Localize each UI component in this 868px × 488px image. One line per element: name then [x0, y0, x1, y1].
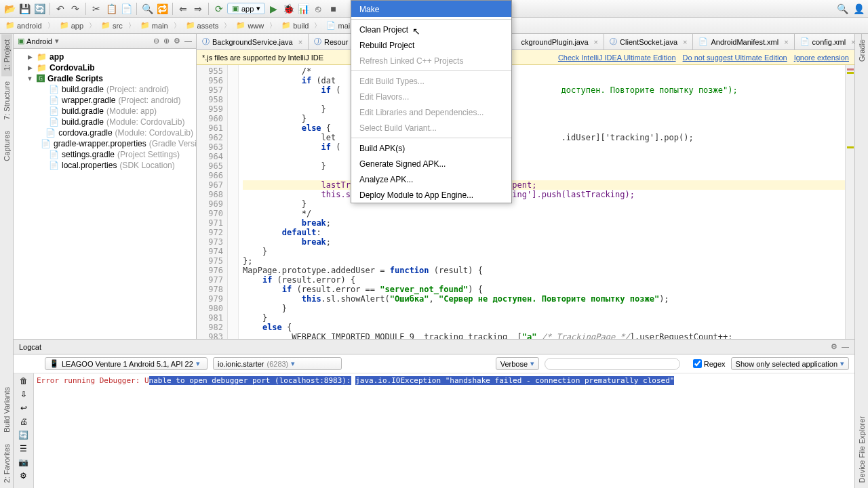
device-dropdown[interactable]: 📱 LEAGOO Venture 1 Android 5.1, API 22 ▾ — [45, 357, 208, 370]
tree-app[interactable]: ▶📁app — [14, 52, 196, 62]
gear-icon[interactable]: ⚙ — [174, 37, 180, 45]
rail-project[interactable]: 1: Project — [1, 34, 12, 76]
undo-icon[interactable]: ↶ — [54, 2, 67, 16]
paste-icon[interactable]: 📄 — [119, 2, 133, 16]
gear-icon[interactable]: ⚙ — [831, 342, 837, 351]
menu-refresh-cpp: Refresh Linked C++ Projects — [351, 53, 511, 68]
run-config-dropdown[interactable]: ▣ app ▾ — [227, 3, 265, 14]
crumb-android[interactable]: 📁android — [3, 20, 45, 30]
forward-icon[interactable]: ⇒ — [191, 2, 205, 16]
tree-item[interactable]: 📄build.gradle (Module: CordovaLib) — [14, 117, 196, 127]
tab-background-plugin[interactable]: ckgroundPlugin.java× — [516, 34, 605, 49]
replace-icon[interactable]: 🔁 — [155, 2, 169, 16]
close-icon[interactable]: × — [683, 38, 687, 46]
log-scope-dropdown[interactable]: Show only selected application ▾ — [731, 357, 849, 370]
rail-build-variants[interactable]: Build Variants — [1, 382, 12, 438]
crumb-src[interactable]: 📁src — [98, 20, 125, 30]
stop-icon[interactable]: ■ — [326, 2, 340, 16]
link-check-ultimate[interactable]: Check IntelliJ IDEA Ultimate Edition — [558, 54, 676, 62]
profile-icon[interactable]: 📊 — [296, 2, 310, 16]
log-level-dropdown[interactable]: Verbose ▾ — [496, 357, 539, 370]
menu-select-variant: Select Build Variant... — [351, 120, 511, 136]
save-icon[interactable]: 💾 — [18, 2, 31, 16]
tab-client-socket[interactable]: ⒿClientSocket.java× — [604, 34, 693, 49]
crumb-main[interactable]: 📁main — [138, 20, 171, 30]
clear-icon[interactable]: 🗑 — [20, 376, 28, 386]
sync-icon[interactable]: 🔄 — [33, 2, 46, 16]
collapse-icon[interactable]: ⊖ — [153, 37, 159, 45]
crumb-app[interactable]: 📁app — [57, 20, 86, 30]
project-view-label[interactable]: Android — [26, 37, 52, 45]
copy-icon[interactable]: 📋 — [104, 2, 118, 16]
tab-config[interactable]: 📄config.xml× — [795, 34, 862, 49]
log-search[interactable] — [545, 358, 688, 370]
logcat-panel: Logcat ⚙ — 📱 LEAGOO Venture 1 Android 5.… — [14, 339, 854, 488]
redo-icon[interactable]: ↷ — [68, 2, 82, 16]
print-icon[interactable]: 🖨 — [20, 417, 28, 426]
build-icon[interactable]: ⟳ — [212, 2, 226, 16]
camera-icon[interactable]: 📷 — [18, 458, 28, 467]
rail-favorites[interactable]: 2: Favorites — [1, 439, 12, 488]
tree-item[interactable]: 📄wrapper.gradle (Project: android) — [14, 95, 196, 106]
close-icon[interactable]: × — [784, 38, 788, 46]
tab-background-service[interactable]: ⒿBackgroundService.java× — [197, 34, 309, 49]
crumb-assets[interactable]: 📁assets — [183, 20, 222, 30]
editor-scrollbar[interactable] — [845, 65, 854, 339]
back-icon[interactable]: ⇐ — [176, 2, 190, 16]
search-icon[interactable]: 🔍 — [835, 2, 849, 16]
rail-device-explorer[interactable]: Device File Explorer — [856, 411, 867, 488]
link-ignore-ext[interactable]: Ignore extension — [794, 54, 849, 62]
tree-item[interactable]: 📄build.gradle (Module: app) — [14, 106, 196, 117]
menu-build-apk[interactable]: Build APK(s) — [351, 140, 511, 156]
menu-clean-project[interactable]: Clean Project — [351, 22, 511, 37]
tree-cordovalib[interactable]: ▶📁CordovaLib — [14, 62, 196, 73]
logcat-title: Logcat — [19, 343, 41, 351]
rail-captures[interactable]: Captures — [1, 125, 12, 167]
tree-item[interactable]: 📄cordova.gradle (Module: CordovaLib) — [14, 127, 196, 138]
tab-manifest[interactable]: 📄AndroidManifest.xml× — [693, 34, 794, 49]
menu-make[interactable]: Make — [351, 1, 511, 17]
open-icon[interactable]: 📂 — [3, 2, 16, 16]
code-editor[interactable]: 9559569579589599609619629639649659669679… — [197, 65, 854, 339]
layers-icon[interactable]: ☰ — [20, 444, 27, 453]
tree-item[interactable]: 📄gradle-wrapper.properties (Gradle Versi… — [14, 138, 196, 149]
rail-structure[interactable]: 7: Structure — [1, 76, 12, 125]
link-no-suggest[interactable]: Do not suggest Ultimate Edition — [683, 54, 787, 62]
debug-icon[interactable]: 🐞 — [281, 2, 295, 16]
chevron-down-icon: ▾ — [530, 359, 534, 368]
editor-area: ⒿBackgroundService.java× ⒿResour ckgroun… — [197, 34, 854, 339]
hide-icon[interactable]: — — [184, 37, 192, 45]
user-icon[interactable]: 👤 — [852, 2, 865, 16]
tree-item[interactable]: 📄build.gradle (Project: android) — [14, 84, 196, 95]
find-icon[interactable]: 🔍 — [140, 2, 154, 16]
gear-icon[interactable]: ⚙ — [20, 471, 27, 481]
menu-deploy-app-engine[interactable]: Deploy Module to App Engine... — [351, 187, 511, 203]
tree-gradle-scripts[interactable]: ▼🅶Gradle Scripts — [14, 73, 196, 84]
crumb-build[interactable]: 📁build — [279, 20, 311, 30]
attach-icon[interactable]: ⎋ — [311, 2, 325, 16]
target-icon[interactable]: ⊕ — [163, 37, 170, 45]
hide-icon[interactable]: — — [842, 342, 849, 351]
restart-icon[interactable]: 🔄 — [18, 430, 28, 440]
close-icon[interactable]: × — [594, 38, 598, 46]
menu-rebuild-project[interactable]: Rebuild Project — [351, 37, 511, 53]
cut-icon[interactable]: ✂ — [90, 2, 103, 16]
scroll-icon[interactable]: ⇩ — [20, 390, 27, 399]
tree-item[interactable]: 📄local.properties (SDK Location) — [14, 160, 196, 171]
code-content[interactable]: /* if (dat if ( доступен. Повторите попы… — [239, 65, 854, 339]
menu-edit-libraries: Edit Libraries and Dependencies... — [351, 104, 511, 120]
regex-checkbox[interactable]: Regex — [693, 359, 726, 368]
tree-item[interactable]: 📄settings.gradle (Project Settings) — [14, 149, 196, 160]
tab-resource[interactable]: ⒿResour — [309, 34, 354, 49]
menu-analyze-apk[interactable]: Analyze APK... — [351, 171, 511, 187]
crumb-www[interactable]: 📁www — [233, 20, 267, 30]
run-icon[interactable]: ▶ — [267, 2, 280, 16]
close-icon[interactable]: × — [851, 38, 855, 46]
close-icon[interactable]: × — [298, 38, 302, 46]
menu-generate-signed-apk[interactable]: Generate Signed APK... — [351, 156, 511, 171]
wrap-icon[interactable]: ↩ — [20, 403, 27, 413]
log-search-input[interactable] — [545, 358, 680, 370]
log-output[interactable]: Error running Debugger: Unable to open d… — [34, 373, 854, 488]
chevron-down-icon[interactable]: ▾ — [55, 37, 59, 45]
process-dropdown[interactable]: io.ionic.starter (6283) ▾ — [213, 357, 342, 370]
